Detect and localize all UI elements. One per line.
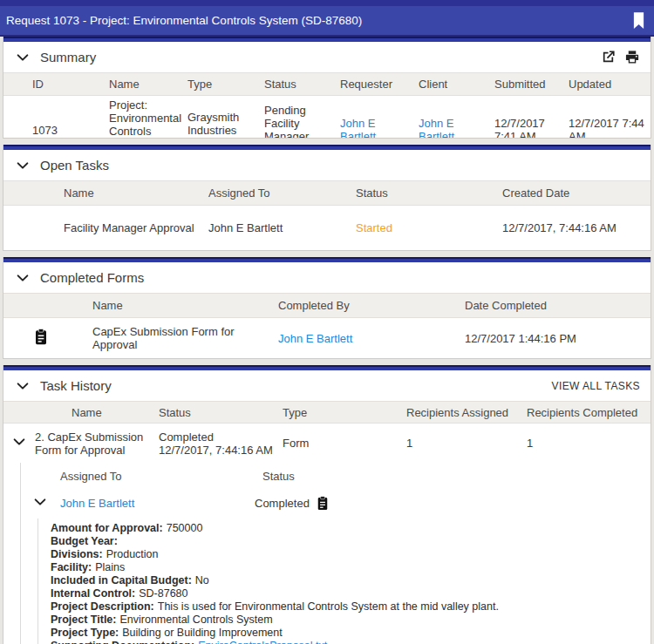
detail-divisions: Divisions:Production bbox=[51, 548, 651, 561]
page-title: Request 1073 - Project: Environmental Co… bbox=[6, 14, 632, 27]
col-type: Type bbox=[187, 78, 264, 91]
col-updated: Updated bbox=[569, 78, 651, 91]
col-recipients-assigned: Recipients Assigned bbox=[406, 406, 527, 419]
col-name: Name bbox=[92, 299, 278, 312]
clipboard-icon[interactable] bbox=[34, 329, 48, 345]
detail-project-description: Project Description:This is used for Env… bbox=[51, 600, 651, 613]
col-submitted: Submitted bbox=[494, 78, 569, 91]
task-history-table-header: Name Status Type Recipients Assigned Rec… bbox=[3, 401, 651, 424]
history-recipients-completed: 1 bbox=[527, 437, 651, 450]
summary-status: Pending Facility Manager Approval bbox=[264, 104, 340, 138]
open-tasks-heading: Open Tasks bbox=[40, 158, 640, 173]
detail-internal-control: Internal Control:SD-87680 bbox=[51, 587, 651, 600]
export-icon[interactable] bbox=[601, 50, 616, 64]
summary-submitted: 12/7/2017 7:41 AM bbox=[494, 117, 569, 138]
open-task-row: Facility Manager Approval John E Bartlet… bbox=[3, 206, 651, 250]
task-history-heading: Task History bbox=[40, 378, 552, 393]
titlebar: Request 1073 - Project: Environmental Co… bbox=[0, 0, 654, 37]
summary-type: Graysmith Industries CapEx bbox=[187, 111, 264, 139]
recipient-link[interactable]: John E Bartlett bbox=[60, 497, 134, 510]
detail-amount: Amount for Approval:750000 bbox=[51, 522, 651, 535]
completed-by-link[interactable]: John E Bartlett bbox=[278, 332, 352, 345]
col-requester: Requester bbox=[340, 78, 419, 91]
open-tasks-section: Open Tasks Name Assigned To Status Creat… bbox=[3, 145, 651, 251]
history-task-status-date: 12/7/2017, 7:44:16 AM bbox=[159, 444, 276, 457]
chevron-down-icon[interactable] bbox=[16, 159, 30, 173]
recipient-status: Completed bbox=[255, 497, 310, 510]
completed-form-row: CapEx Submission Form for Approval John … bbox=[3, 318, 651, 358]
col-assigned-to: Assigned To bbox=[60, 470, 262, 483]
history-recipients-assigned: 1 bbox=[406, 437, 527, 450]
completed-forms-table-header: Name Completed By Date Completed bbox=[3, 293, 651, 318]
col-completed-by: Completed By bbox=[278, 299, 465, 312]
completed-forms-heading: Completed Forms bbox=[40, 270, 640, 285]
col-created-date: Created Date bbox=[502, 186, 651, 200]
chevron-down-icon[interactable] bbox=[16, 271, 30, 285]
col-status: Status bbox=[159, 406, 283, 419]
chevron-down-icon[interactable] bbox=[33, 495, 47, 509]
task-history-row[interactable]: 2. CapEx Submission Form for Approval Co… bbox=[3, 424, 651, 463]
chevron-down-icon[interactable] bbox=[16, 51, 30, 64]
history-task-type: Form bbox=[283, 437, 406, 450]
task-created-date: 12/7/2017, 7:44:16 AM bbox=[502, 221, 651, 234]
detail-capital-budget: Included in Capital Budget:No bbox=[51, 574, 651, 587]
summary-updated: 12/7/2017 7:44 AM bbox=[569, 117, 651, 138]
task-history-expanded: Assigned To Status John E Bartlett Compl… bbox=[20, 463, 651, 644]
recipient-table-header: Assigned To Status bbox=[21, 463, 651, 488]
view-all-tasks-button[interactable]: VIEW ALL TASKS bbox=[552, 380, 640, 392]
col-assigned-to: Assigned To bbox=[208, 186, 356, 200]
summary-section: Summary ID Name Type Status Requester Cl… bbox=[3, 37, 651, 139]
col-client: Client bbox=[419, 78, 494, 91]
summary-name: Project: Environmental Controls System (… bbox=[109, 96, 187, 138]
history-task-name: 2. CapEx Submission Form for Approval bbox=[35, 430, 159, 457]
summary-id: 1073 bbox=[32, 124, 109, 137]
form-details: Amount for Approval:750000 Budget Year: … bbox=[37, 519, 651, 644]
open-tasks-table-header: Name Assigned To Status Created Date bbox=[3, 180, 651, 206]
col-name: Name bbox=[64, 186, 208, 200]
detail-facility: Facility:Plains bbox=[51, 561, 651, 574]
col-id: ID bbox=[32, 78, 109, 91]
col-status: Status bbox=[356, 186, 502, 200]
print-icon[interactable] bbox=[624, 50, 640, 64]
form-date-completed: 12/7/2017 1:44:16 PM bbox=[465, 332, 651, 345]
history-task-status: Completed bbox=[159, 430, 276, 444]
requester-link[interactable]: John E Bartlett bbox=[340, 117, 376, 138]
task-history-section: Task History VIEW ALL TASKS Name Status … bbox=[3, 365, 651, 644]
supporting-doc-link[interactable]: EnviroControlsProposal.txt bbox=[198, 640, 327, 644]
task-status: Started bbox=[356, 221, 502, 234]
task-name: Facility Manager Approval bbox=[64, 221, 208, 234]
detail-project-title: Project Title:Environmental Controls Sys… bbox=[51, 613, 651, 627]
col-name: Name bbox=[35, 406, 159, 419]
client-link[interactable]: John E Bartlett bbox=[419, 117, 454, 138]
chevron-down-icon[interactable] bbox=[12, 435, 26, 449]
col-date-completed: Date Completed bbox=[465, 299, 651, 312]
clipboard-icon[interactable] bbox=[317, 496, 329, 511]
completed-forms-section: Completed Forms Name Completed By Date C… bbox=[3, 257, 651, 359]
col-name: Name bbox=[109, 78, 187, 91]
col-type: Type bbox=[283, 406, 406, 419]
col-recipients-completed: Recipients Completed bbox=[527, 406, 651, 419]
summary-table-header: ID Name Type Status Requester Client Sub… bbox=[3, 72, 651, 96]
detail-budget-year: Budget Year: bbox=[51, 535, 651, 548]
bookmark-icon[interactable] bbox=[632, 12, 645, 29]
detail-supporting-documentation: Supporting Documentation:EnviroControlsP… bbox=[51, 640, 651, 644]
col-status: Status bbox=[264, 78, 340, 91]
form-name: CapEx Submission Form for Approval bbox=[92, 325, 278, 351]
summary-heading: Summary bbox=[40, 50, 601, 64]
chevron-down-icon[interactable] bbox=[16, 379, 30, 393]
col-status: Status bbox=[262, 470, 651, 483]
summary-row: 1073 Project: Environmental Controls Sys… bbox=[3, 96, 651, 138]
recipient-row[interactable]: John E Bartlett Completed bbox=[21, 488, 651, 519]
task-assigned-to: John E Bartlett bbox=[208, 221, 356, 234]
detail-project-type: Project Type:Building or Building Improv… bbox=[51, 627, 651, 640]
